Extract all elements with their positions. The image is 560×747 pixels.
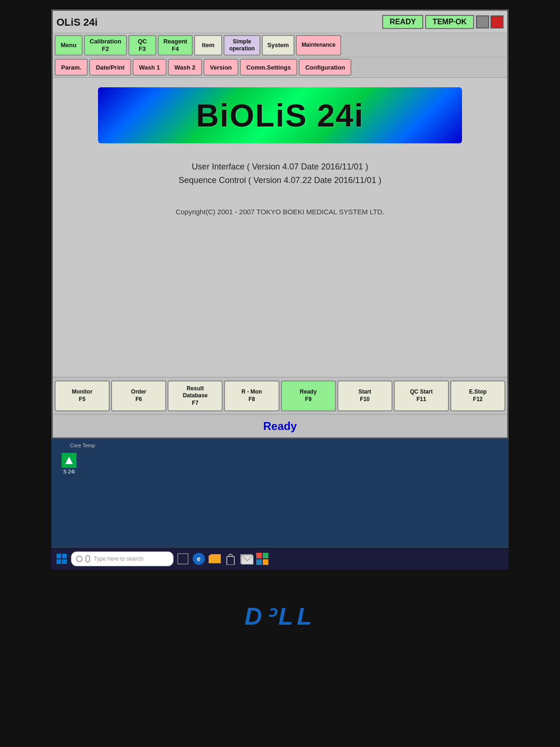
edge-icon[interactable]: e [192,552,205,565]
fn-btn-r-mon[interactable]: R - MonF8 [224,381,279,411]
svg-marker-0 [65,457,73,464]
fn-btn-monitor[interactable]: MonitorF5 [55,381,110,411]
menu-btn-version[interactable]: Version [203,59,238,76]
dell-area: DᵓLL [0,570,560,663]
fn-btn-start[interactable]: StartF10 [337,381,392,411]
tile-4 [263,559,268,565]
tiles-shape [256,553,268,565]
windows-start-button[interactable] [55,552,68,565]
desktop-icon-biolis[interactable]: S 24i [55,453,83,474]
menu-bar-2: Param. Date/Print Wash 1 Wash 2 Version … [53,57,507,78]
version-info: User Interface ( Version 4.07 Date 2016/… [179,162,381,189]
menu-btn-system[interactable]: System [262,35,294,56]
core-temp-label: Core Temp [70,443,95,448]
store-icon[interactable] [224,552,237,565]
menu-btn-simple-operation[interactable]: Simpleoperation [224,35,260,56]
svg-rect-1 [56,554,61,558]
screen: OLiS 24i READY TEMP·OK Menu CalibrationF… [51,9,509,439]
menu-btn-comm-settings[interactable]: Comm.Settings [240,59,297,76]
fn-btn-estop[interactable]: E.StopF12 [450,381,505,411]
taskbar: Type here to search e [51,547,509,570]
menu-btn-reagent[interactable]: ReagentF4 [158,35,193,56]
status-bar: OLiS 24i READY TEMP·OK [53,11,507,33]
menu-btn-qc[interactable]: QCF3 [128,35,156,56]
menu-btn-wash1[interactable]: Wash 1 [133,59,167,76]
menu-btn-maintenance[interactable]: Maintenance [296,35,341,56]
fn-btn-qc-start[interactable]: QC StartF11 [394,381,449,411]
virtual-desktop-square [177,553,189,564]
menu-btn-wash2[interactable]: Wash 2 [168,59,202,76]
folder-icon[interactable] [208,552,221,565]
envelope-shape [240,554,252,564]
folder-shape [209,554,221,564]
menu-btn-param[interactable]: Param. [55,59,88,76]
monitor-outer: OLiS 24i READY TEMP·OK Menu CalibrationF… [0,0,560,747]
fn-bar: MonitorF5 OrderF6 ResultDatabaseF7 R - M… [53,377,507,414]
fn-btn-ready[interactable]: ReadyF9 [281,381,336,411]
tile-3 [256,559,262,565]
menu-btn-menu[interactable]: Menu [55,35,83,56]
menu-btn-configuration[interactable]: Configuration [299,59,351,76]
tile-2 [263,553,268,558]
status-square-red [490,15,504,28]
app-title: OLiS 24i [56,16,98,28]
version-line-1: User Interface ( Version 4.07 Date 2016/… [179,162,381,172]
copyright: Copyright(C) 2001 - 2007 TOKYO BOEKI MED… [175,208,384,216]
tiles-icon[interactable] [256,552,269,565]
desktop-area: Core Temp S 24i [51,439,509,547]
ready-status-bar: Ready [53,414,507,437]
ready-status-badge: READY [382,15,423,29]
windows-area: Core Temp S 24i [51,439,509,570]
svg-rect-5 [227,557,234,565]
dell-logo: DᵓLL [245,602,315,630]
ready-status-text: Ready [263,420,297,433]
status-square-gray [476,15,489,28]
menu-bar-1: Menu CalibrationF2 QCF3 ReagentF4 Item S… [53,33,507,57]
biolis-title: BiOLiS 24i [196,97,364,134]
menu-btn-calibration[interactable]: CalibrationF2 [84,35,127,56]
svg-rect-3 [56,559,61,564]
svg-rect-4 [62,559,67,564]
menu-btn-dateprint[interactable]: Date/Print [89,59,131,76]
search-bar[interactable]: Type here to search [71,551,174,566]
virtual-desktop-icon[interactable] [176,552,189,565]
menu-btn-item[interactable]: Item [194,35,222,56]
fn-btn-order[interactable]: OrderF6 [111,381,166,411]
desktop-icon-label: S 24i [63,469,75,474]
mic-icon [85,555,90,563]
mail-icon[interactable] [240,552,253,565]
svg-rect-2 [62,554,67,558]
edge-letter: e [193,553,205,565]
search-icon [76,556,83,562]
tile-1 [256,553,262,558]
main-content: BiOLiS 24i User Interface ( Version 4.07… [53,78,507,353]
biolis-banner: BiOLiS 24i [98,87,462,143]
fn-btn-result-database[interactable]: ResultDatabaseF7 [168,381,223,411]
version-line-2: Sequence Control ( Version 4.07.22 Date … [179,176,381,185]
temp-status-badge: TEMP·OK [425,15,474,29]
biolis-icon [62,453,77,468]
search-input-placeholder[interactable]: Type here to search [94,556,143,562]
